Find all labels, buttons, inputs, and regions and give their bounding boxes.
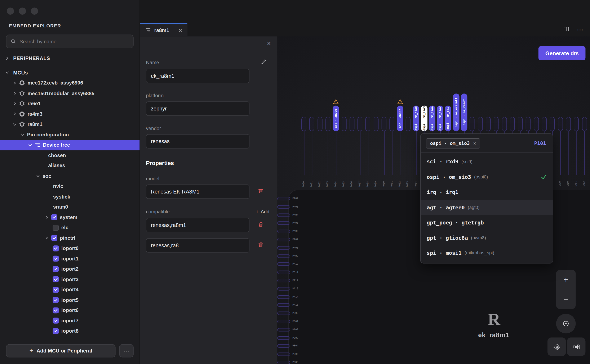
pin[interactable] <box>582 117 587 131</box>
tree-item-aliases[interactable]: aliases <box>0 160 140 171</box>
pin-stub[interactable] <box>277 336 290 339</box>
flow-view-button[interactable] <box>567 338 585 356</box>
search-input[interactable] <box>20 39 129 44</box>
checkbox-checked-icon[interactable] <box>53 256 59 262</box>
tree-item-nvic[interactable]: nvic <box>0 181 140 191</box>
tree-item-ra8m1[interactable]: ra8m1 <box>0 119 140 130</box>
tree-item-ioport5[interactable]: ioport5 <box>0 295 140 305</box>
pin[interactable] <box>341 117 346 131</box>
pin[interactable] <box>526 117 530 131</box>
pin[interactable] <box>470 117 475 131</box>
checkbox-checked-icon[interactable] <box>53 307 59 313</box>
pin[interactable] <box>558 117 563 131</box>
pin[interactable] <box>478 117 483 131</box>
checkbox-checked-icon[interactable] <box>51 235 57 241</box>
dropdown-option-gpt-poeg-gtetrgb[interactable]: gpt_poeg · gtetrgb <box>421 215 553 230</box>
tree-item-mec1501modular-assy6885[interactable]: mec1501modular_assy6885 <box>0 88 140 98</box>
generate-dts-button[interactable]: Generate dts <box>538 46 585 60</box>
pin-stub[interactable] <box>277 213 290 217</box>
pin-ospi-om-sio3[interactable]: ospi · om_sio3 <box>421 106 427 131</box>
pin[interactable] <box>486 117 490 131</box>
tree-item-ioport8[interactable]: ioport8 <box>0 326 140 336</box>
pin-ospi-om-reset[interactable]: ospi · om_reset <box>461 93 468 131</box>
tree-item-chosen[interactable]: chosen <box>0 150 140 160</box>
pin[interactable] <box>550 117 555 131</box>
pin-ospi-om-sio2[interactable]: ospi · om_sio2 <box>437 106 443 131</box>
model-input[interactable] <box>146 184 249 199</box>
tree-item-ioport0[interactable]: ioport0 <box>0 243 140 253</box>
tree-item-systick[interactable]: systick <box>0 191 140 202</box>
dropdown-option-irq-irq1[interactable]: irq · irq1 <box>421 184 553 200</box>
checkbox-checked-icon[interactable] <box>53 318 59 324</box>
pin-stub[interactable] <box>277 221 290 225</box>
tree-item-ioport4[interactable]: ioport4 <box>0 285 140 295</box>
search-box[interactable] <box>6 34 134 48</box>
pin-stub[interactable] <box>277 312 290 315</box>
pin-stub[interactable] <box>277 238 290 241</box>
tree-item-ioport1[interactable]: ioport1 <box>0 254 140 264</box>
delete-model-icon[interactable] <box>258 188 264 195</box>
tree-item-sram0[interactable]: sram0 <box>0 202 140 212</box>
pinout-canvas[interactable]: adc · an000adc · an007ospi · om_sio0ospi… <box>277 36 590 364</box>
vendor-input[interactable] <box>146 134 249 148</box>
checkbox-checked-icon[interactable] <box>51 214 57 220</box>
pin-stub[interactable] <box>277 230 290 233</box>
split-editor-icon[interactable] <box>563 26 569 33</box>
pin-stub[interactable] <box>277 287 290 290</box>
zoom-out-button[interactable]: − <box>556 289 576 309</box>
pin-ospi-om-ecsint1[interactable]: ospi · om_ecsint1 <box>453 93 459 131</box>
checkbox-checked-icon[interactable] <box>53 266 59 272</box>
pin[interactable] <box>302 117 306 131</box>
tree-item-soc[interactable]: soc <box>0 171 140 181</box>
pin[interactable] <box>325 117 330 131</box>
traffic-light-maximize[interactable] <box>31 7 38 15</box>
pin-stub[interactable] <box>277 246 290 249</box>
name-input[interactable] <box>146 69 249 83</box>
traffic-light-close[interactable] <box>7 7 14 15</box>
pin-stub[interactable] <box>277 254 290 258</box>
platform-input[interactable] <box>146 101 249 116</box>
checkbox-checked-icon[interactable] <box>53 276 59 282</box>
pin-stub[interactable] <box>277 279 290 282</box>
sidebar-section-mcus[interactable]: MCUs <box>0 67 140 78</box>
dropdown-option-spi-mosi1[interactable]: spi · mosi1(mikrobus_spi) <box>421 245 553 261</box>
tree-item-pin-configuration[interactable]: Pin configuration <box>0 130 140 140</box>
pin-ospi-om-cs1[interactable]: ospi · om_cs1 <box>445 106 451 131</box>
dropdown-option-sci-rxd9[interactable]: sci · rxd9(sci9) <box>421 154 553 169</box>
dropdown-option-agt-agtee0[interactable]: agt · agtee0(agt0) <box>421 200 553 215</box>
tree-item-ioport2[interactable]: ioport2 <box>0 264 140 274</box>
checkbox-checked-icon[interactable] <box>53 245 59 251</box>
delete-compatible-icon[interactable] <box>258 242 264 249</box>
checkbox-checked-icon[interactable] <box>53 297 59 303</box>
traffic-light-minimize[interactable] <box>19 7 26 15</box>
add-mcu-button[interactable]: + Add MCU or Peripheral <box>6 344 116 358</box>
pin[interactable] <box>389 117 394 131</box>
checkbox-checked-icon[interactable] <box>53 286 59 293</box>
checkbox-unchecked-icon[interactable] <box>53 225 59 231</box>
pin-stub[interactable] <box>277 361 290 364</box>
compatible-input-0[interactable] <box>146 218 249 232</box>
pin[interactable] <box>317 117 322 131</box>
pin-stub[interactable] <box>277 344 290 348</box>
pin[interactable] <box>373 117 378 131</box>
tab-close-icon[interactable]: × <box>179 27 182 33</box>
pin-stub[interactable] <box>277 205 290 208</box>
pin-adc-an007[interactable]: adc · an007 <box>397 106 403 131</box>
selected-function-token[interactable]: ospi · om_sio3 × <box>426 138 480 149</box>
pin-ospi-om-sio4[interactable]: ospi · om_sio4 <box>429 106 436 131</box>
compatible-input-1[interactable] <box>146 238 249 253</box>
dropdown-option-ospi-om-sio3[interactable]: ospi · om_sio3(ospi0) <box>421 169 553 184</box>
pin-stub[interactable] <box>277 271 290 274</box>
pin[interactable] <box>382 117 386 131</box>
zoom-in-button[interactable]: + <box>556 270 576 289</box>
pin-stub[interactable] <box>277 295 290 299</box>
tree-item-ra4m3[interactable]: ra4m3 <box>0 109 140 119</box>
more-actions-icon[interactable]: ⋯ <box>577 26 583 33</box>
edit-icon[interactable] <box>261 59 266 66</box>
pin[interactable] <box>542 117 547 131</box>
pin[interactable] <box>405 117 410 131</box>
pin[interactable] <box>309 117 314 131</box>
pin[interactable] <box>510 117 515 131</box>
pin[interactable] <box>574 117 579 131</box>
tree-item-device-tree[interactable]: Device tree <box>0 140 140 150</box>
